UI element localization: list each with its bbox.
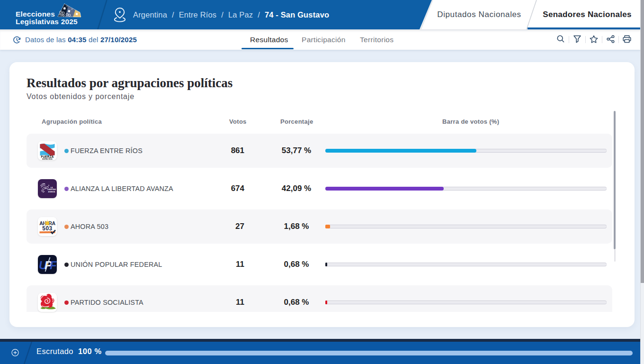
svg-text:AVANZA: AVANZA (48, 191, 55, 193)
svg-text:ENTRE RÍOS: ENTRE RÍOS (42, 158, 53, 160)
svg-text:F: F (50, 259, 57, 272)
svg-text:FUERZA: FUERZA (41, 155, 54, 158)
svg-text:503: 503 (42, 225, 53, 232)
